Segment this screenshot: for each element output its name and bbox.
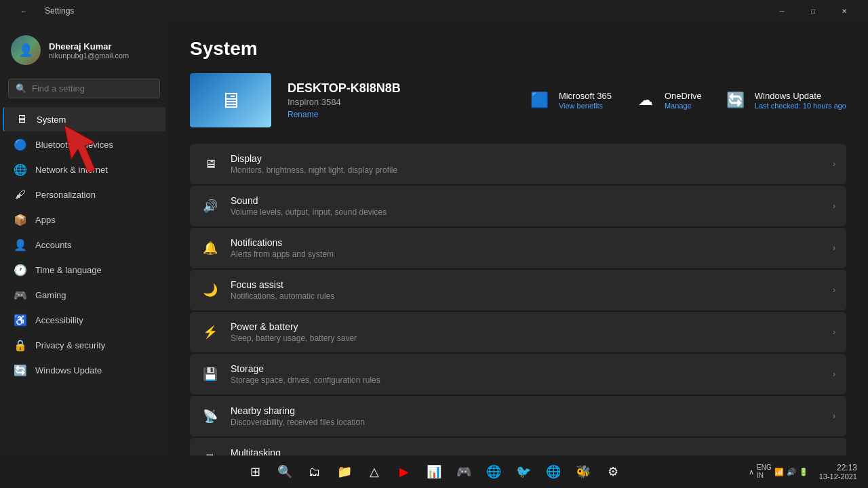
privacy-icon: 🔒 — [14, 338, 27, 352]
setting-focus[interactable]: 🌙 Focus assist Notifications, automatic … — [190, 270, 846, 310]
sidebar-item-update[interactable]: 🔄 Windows Update — [3, 358, 165, 382]
wifi-icon: 📶 — [774, 468, 784, 476]
sidebar-item-gaming[interactable]: 🎮 Gaming — [3, 283, 165, 307]
user-name: Dheeraj Kumar — [49, 41, 129, 52]
close-button[interactable]: ✕ — [829, 0, 860, 22]
twitter-button[interactable]: 🐦 — [510, 458, 537, 485]
maximize-button[interactable]: □ — [797, 0, 829, 22]
setting-nearby[interactable]: 📡 Nearby sharing Discoverability, receiv… — [190, 396, 846, 436]
chevron-right-icon: › — [833, 243, 835, 253]
ms365-info: Microsoft 365 View benefits — [559, 91, 612, 110]
user-email: nikunpubg1@gmail.com — [49, 52, 129, 60]
taskbar-right: ∧ ENGIN 📶 🔊 🔋 22:13 13-12-2021 — [749, 463, 863, 481]
sidebar-item-label: Gaming — [35, 290, 66, 300]
clock-time: 22:13 — [819, 463, 857, 472]
accounts-icon: 👤 — [14, 238, 27, 251]
winupdate-sub: Last checked: 10 hours ago — [755, 102, 846, 110]
back-button[interactable]: ← — [8, 0, 39, 22]
sidebar-item-accessibility[interactable]: ♿ Accessibility — [3, 308, 165, 332]
display-icon: 🖥 — [201, 155, 220, 174]
onedrive-info: OneDrive Manage — [665, 91, 702, 110]
clock[interactable]: 22:13 13-12-2021 — [814, 463, 863, 481]
setting-storage[interactable]: 💾 Storage Storage space, drives, configu… — [190, 354, 846, 394]
setting-power[interactable]: ⚡ Power & battery Sleep, battery usage, … — [190, 312, 846, 352]
sidebar-item-label: System — [37, 115, 66, 125]
sidebar-item-label: Network & internet — [35, 165, 108, 175]
rename-link[interactable]: Rename — [288, 110, 401, 119]
search-icon: 🔍 — [16, 83, 26, 94]
setting-display[interactable]: 🖥 Display Monitors, brightness, night li… — [190, 144, 846, 184]
ms365-name: Microsoft 365 — [559, 91, 612, 101]
setting-multitasking[interactable]: ⧉ Multitasking Snap windows, desktops, t… — [190, 438, 846, 455]
language-indicator: ENGIN — [757, 464, 772, 480]
device-name: DESKTOP-K8I8N8B — [288, 81, 401, 96]
game-button[interactable]: 🎮 — [450, 458, 477, 485]
quick-links: 🟦 Microsoft 365 View benefits ☁ OneDrive… — [528, 88, 846, 113]
device-image: 🖥 — [190, 73, 271, 127]
sidebar-item-bluetooth[interactable]: 🔵 Bluetooth & devices — [3, 132, 165, 157]
user-profile[interactable]: 👤 Dheeraj Kumar nikunpubg1@gmail.com — [0, 27, 168, 76]
sound-text: Sound Volume levels, output, input, soun… — [231, 195, 822, 217]
onedrive-icon: ☁ — [633, 88, 658, 113]
quick-link-ms365[interactable]: 🟦 Microsoft 365 View benefits — [528, 88, 612, 113]
chrome-button[interactable]: 🌐 — [540, 458, 567, 485]
sidebar-item-privacy[interactable]: 🔒 Privacy & security — [3, 333, 165, 357]
quick-link-winupdate[interactable]: 🔄 Windows Update Last checked: 10 hours … — [724, 88, 846, 113]
sidebar-item-time[interactable]: 🕐 Time & language — [3, 258, 165, 282]
avatar: 👤 — [11, 35, 41, 65]
taskbar: ⊞ 🔍 🗂 📁 △ ▶ 📊 🎮 🌐 🐦 🌐 🐝 ⚙ ∧ ENGIN 📶 🔊 🔋 … — [0, 455, 868, 488]
settings-taskbar-button[interactable]: ⚙ — [599, 458, 627, 485]
search-taskbar-button[interactable]: 🔍 — [271, 458, 298, 485]
minimize-button[interactable]: ─ — [766, 0, 797, 22]
tray-expand-icon[interactable]: ∧ — [749, 468, 754, 476]
nearby-name: Nearby sharing — [231, 405, 822, 416]
sidebar-item-system[interactable]: 🖥 System — [3, 107, 165, 131]
sidebar-item-label: Privacy & security — [35, 340, 105, 350]
sidebar-item-network[interactable]: 🌐 Network & internet — [3, 157, 165, 182]
sheets-button[interactable]: 📊 — [420, 458, 448, 485]
multitasking-icon: ⧉ — [201, 449, 220, 455]
sidebar-item-accounts[interactable]: 👤 Accounts — [3, 232, 165, 257]
page-title: System — [190, 38, 846, 60]
quick-link-onedrive[interactable]: ☁ OneDrive Manage — [633, 88, 702, 113]
clock-date: 13-12-2021 — [819, 472, 857, 481]
sidebar-item-personalization[interactable]: 🖌 Personalization — [3, 182, 165, 207]
accessibility-icon: ♿ — [14, 313, 27, 327]
network-icon: 🌐 — [14, 163, 27, 176]
setting-sound[interactable]: 🔊 Sound Volume levels, output, input, so… — [190, 186, 846, 226]
multitasking-name: Multitasking — [231, 447, 822, 455]
system-icon: 🖥 — [15, 113, 28, 126]
gaming-icon: 🎮 — [14, 288, 27, 302]
setting-notifications[interactable]: 🔔 Notifications Alerts from apps and sys… — [190, 228, 846, 268]
chevron-right-icon: › — [833, 159, 835, 169]
sidebar-item-apps[interactable]: 📦 Apps — [3, 207, 165, 232]
drive-button[interactable]: △ — [361, 458, 388, 485]
taskbar-center: ⊞ 🔍 🗂 📁 △ ▶ 📊 🎮 🌐 🐦 🌐 🐝 ⚙ — [241, 458, 627, 485]
sidebar: 👤 Dheeraj Kumar nikunpubg1@gmail.com 🔍 🖥… — [0, 22, 168, 455]
apps-icon: 📦 — [14, 213, 27, 226]
chevron-right-icon: › — [833, 201, 835, 211]
focus-icon: 🌙 — [201, 281, 220, 300]
explorer-button[interactable]: 📁 — [331, 458, 358, 485]
device-model: Inspiron 3584 — [288, 97, 401, 107]
search-box[interactable]: 🔍 — [8, 79, 160, 98]
nav-items: 🖥 System 🔵 Bluetooth & devices 🌐 Network… — [0, 106, 168, 455]
notifications-icon: 🔔 — [201, 239, 220, 258]
search-input[interactable] — [32, 83, 153, 94]
youtube-button[interactable]: ▶ — [391, 458, 418, 485]
focus-text: Focus assist Notifications, automatic ru… — [231, 279, 822, 301]
device-section: 🖥 DESKTOP-K8I8N8B Inspiron 3584 Rename 🟦… — [190, 73, 846, 127]
onedrive-sub: Manage — [665, 102, 702, 110]
chevron-right-icon: › — [833, 327, 835, 337]
notifications-name: Notifications — [231, 237, 822, 248]
task-view-button[interactable]: 🗂 — [301, 458, 328, 485]
device-info: DESKTOP-K8I8N8B Inspiron 3584 Rename — [288, 81, 401, 119]
volume-icon: 🔊 — [787, 468, 796, 476]
chevron-right-icon: › — [833, 369, 835, 379]
whatsapp-button[interactable]: 🐝 — [570, 458, 597, 485]
titlebar-title: Settings — [45, 6, 74, 16]
start-button[interactable]: ⊞ — [241, 458, 269, 485]
display-text: Display Monitors, brightness, night ligh… — [231, 153, 822, 175]
browser1-button[interactable]: 🌐 — [480, 458, 507, 485]
app-container: 👤 Dheeraj Kumar nikunpubg1@gmail.com 🔍 🖥… — [0, 22, 868, 455]
